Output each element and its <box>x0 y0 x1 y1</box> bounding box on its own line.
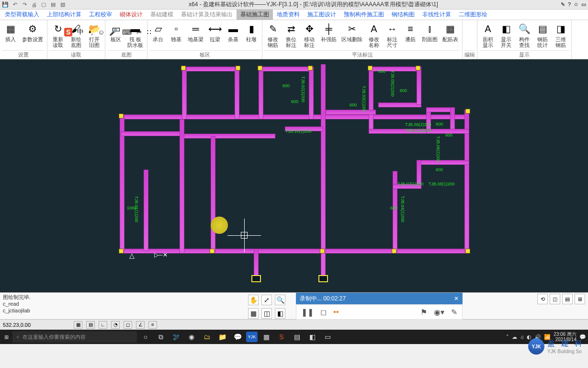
ribbon-btn-del[interactable]: ✂区域删除 <box>339 21 364 43</box>
pause-icon[interactable]: ❚❚ <box>301 308 314 317</box>
menu-4[interactable]: 基础建模 <box>147 10 177 20</box>
ribbon-btn-edit[interactable]: ✎修改 钢筋 <box>264 21 282 49</box>
star-icon[interactable]: ☆ <box>574 1 578 8</box>
undo-icon[interactable]: ↶ <box>11 1 18 8</box>
menu-6[interactable]: 基础施工图 <box>237 10 273 20</box>
app-icon[interactable]: ▭ <box>321 330 334 344</box>
ribbon-btn-pad[interactable]: ▫独基 <box>168 21 185 43</box>
help-icon[interactable]: ? <box>568 1 571 8</box>
ribbon-btn-cap[interactable]: ▱承台 <box>149 21 167 43</box>
menu-2[interactable]: 工程校审 <box>85 10 116 20</box>
ime-bar[interactable]: S 中 •,☺🎤⌨✂∷ <box>64 28 151 36</box>
app-icon[interactable]: ▤ <box>290 330 304 344</box>
print-icon[interactable]: 🖨 <box>31 1 37 8</box>
start-button[interactable]: ⊞ <box>2 333 11 341</box>
grid-icon[interactable]: ▤ <box>86 321 95 329</box>
ribbon-label: 构件 查找 <box>519 36 530 48</box>
ribbon-btn-swap[interactable]: ⇄换位 标注 <box>283 21 300 49</box>
cortana-icon[interactable]: ○ <box>139 330 152 344</box>
osnap-icon[interactable]: ◻ <box>124 321 132 329</box>
sogou-icon[interactable]: S <box>64 28 72 36</box>
menu-9[interactable]: 预制构件施工图 <box>340 10 388 20</box>
polar-icon[interactable]: ◔ <box>111 321 120 329</box>
ribbon-btn-reinf[interactable]: ╪补强筋 <box>319 21 339 43</box>
ribbon-btn-switch[interactable]: ◧显示 开关 <box>498 21 515 49</box>
flag-icon[interactable]: ⚑ <box>420 308 427 317</box>
otrack-icon[interactable]: ∠ <box>136 321 145 329</box>
ribbon-btn-bar[interactable]: ≡通筋 <box>402 21 419 43</box>
recorder-bar[interactable]: 录制中... 00:02:27 ✕ <box>296 293 463 304</box>
ribbon-btn-area[interactable]: A面积 显示 <box>479 21 497 49</box>
close-icon[interactable]: ▧ <box>59 1 66 8</box>
rec-close-icon[interactable]: ✕ <box>454 295 459 302</box>
dim-label: TJB.11(1)200 <box>405 128 431 133</box>
pencil-icon[interactable]: ✎ <box>451 308 457 317</box>
new-icon[interactable]: ▢ <box>40 1 47 8</box>
tray-icon[interactable]: ☁ <box>512 334 517 340</box>
lwt-icon[interactable]: ≡ <box>148 321 157 329</box>
ribbon-btn-dim[interactable]: ↔标注 尺寸 <box>384 21 401 49</box>
menu-11[interactable]: 非线性计算 <box>418 10 455 20</box>
menu-0[interactable]: 类型荷载输入 <box>1 10 43 20</box>
app-icon[interactable]: 🕊 <box>170 330 183 344</box>
tool-icon[interactable]: ⟲ <box>537 294 548 304</box>
ribbon-label: 补强筋 <box>321 36 337 42</box>
ortho-icon[interactable]: ∟ <box>99 321 107 329</box>
app-icon[interactable]: ◧ <box>305 330 319 344</box>
menu-8[interactable]: 施工图设计 <box>304 10 340 20</box>
ribbon-btn-table[interactable]: ▦配筋表 <box>441 21 460 43</box>
sogou-task-icon[interactable]: S <box>275 330 288 344</box>
menu-1[interactable]: 上部结构计算 <box>43 10 85 20</box>
drawing-canvas[interactable]: TJB.01(1)200 1000 TJB.02(3)200 600 TJB.0… <box>0 59 588 292</box>
snap-icon[interactable]: ▦ <box>74 321 82 329</box>
tool-icon[interactable]: ▤ <box>562 294 573 304</box>
menu-7[interactable]: 地质资料 <box>273 10 304 20</box>
yjk-app-icon[interactable]: YJK <box>246 332 258 342</box>
chrome-icon[interactable]: ◉ <box>185 330 198 344</box>
ribbon-group-3: ▱承台▫独基═地基梁⟷拉梁▬条基▮柱墩板区 <box>147 20 262 59</box>
taskbar[interactable]: ⊞ ○ 在这里输入你要搜索的内容 ○ ⧉ 🕊 ◉ 🗂 📁 💬 YJK ▦ S ▤… <box>0 330 588 344</box>
tool-icon[interactable]: ◫ <box>550 294 560 304</box>
taskbar-search[interactable]: ○ 在这里输入你要搜索的内容 <box>12 331 137 343</box>
tray-icon[interactable]: ♫ <box>520 334 524 340</box>
grid-icon[interactable]: ▦ <box>248 308 259 319</box>
layers2-icon[interactable]: ◧ <box>275 308 285 319</box>
tray-up-icon[interactable]: ˄ <box>506 334 509 340</box>
menu-3[interactable]: 砌体设计 <box>116 10 147 20</box>
cam-icon[interactable]: ◉▾ <box>434 308 444 317</box>
min-icon[interactable]: ▭ <box>581 1 586 8</box>
ribbon-btn-grid[interactable]: ▦插入 <box>2 21 19 43</box>
pan-icon[interactable]: ✋ <box>248 295 259 305</box>
layers-icon[interactable]: ◫ <box>261 308 272 319</box>
ribbon-btn-find[interactable]: 🔍构件 查找 <box>516 21 533 49</box>
taskview-icon[interactable]: ⧉ <box>154 330 168 344</box>
ribbon-btn-text[interactable]: A修改 名称 <box>365 21 383 49</box>
marker-icon[interactable]: ▪▪ <box>333 308 339 316</box>
ribbon-btn-tie[interactable]: ⟷拉梁 <box>206 21 224 43</box>
wechat-icon[interactable]: 💬 <box>231 330 244 344</box>
magic-icon[interactable]: ✎ <box>561 1 565 8</box>
ribbon-btn-strip[interactable]: ▬条基 <box>225 21 242 43</box>
stop-icon[interactable]: ◻ <box>320 308 327 317</box>
menu-5[interactable]: 基础计算及结果输出 <box>177 10 237 20</box>
tool-icon[interactable]: ⊞ <box>575 294 585 304</box>
explorer-icon[interactable]: 🗂 <box>200 330 214 344</box>
zoom-ext-icon[interactable]: ⤢ <box>261 295 272 305</box>
ribbon-btn-move[interactable]: ✥移动 标注 <box>301 21 318 49</box>
ribbon-btn-3d[interactable]: ◨三维 钢筋 <box>552 21 569 49</box>
ribbon-btn-sect[interactable]: ⫿剖面图 <box>420 21 440 43</box>
redo-icon[interactable]: ↷ <box>21 1 28 8</box>
ime-mode[interactable]: 中 <box>77 28 84 36</box>
zoom-win-icon[interactable]: 🔍 <box>275 295 285 305</box>
open-icon[interactable]: ▤ <box>50 1 57 8</box>
menu-10[interactable]: 钢结构图 <box>388 10 418 20</box>
ribbon-btn-beam[interactable]: ═地基梁 <box>186 21 205 43</box>
ribbon-btn-col[interactable]: ▮柱墩 <box>243 21 260 43</box>
menu-12[interactable]: 二维图形绘 <box>455 10 491 20</box>
ribbon-btn-stat[interactable]: ▤钢筋 统计 <box>534 21 551 49</box>
app-icon[interactable]: ▦ <box>260 330 273 344</box>
pad-icon: ▫ <box>170 22 183 35</box>
ribbon-btn-gear[interactable]: ⚙参数设置 <box>20 21 45 43</box>
save-icon[interactable]: 💾 <box>2 1 9 8</box>
folder-icon[interactable]: 📁 <box>215 330 229 344</box>
